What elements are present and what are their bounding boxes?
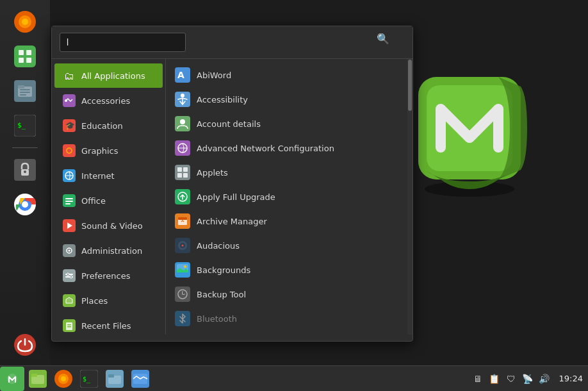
app-item-abiword[interactable]: A AbiWord — [166, 63, 407, 87]
svg-point-27 — [65, 99, 67, 102]
app-item-account-details[interactable]: Account details — [166, 112, 407, 136]
category-graphics[interactable]: Graphics — [54, 138, 163, 163]
app-item-bluetooth[interactable]: Bluetooth — [166, 306, 407, 331]
taskbar-appgrid[interactable] — [10, 41, 40, 72]
app-audacious-label: Audacious — [197, 241, 240, 251]
app-advanced-network-label: Advanced Network Configuration — [197, 144, 334, 153]
backup-tool-icon — [175, 287, 190, 302]
search-button[interactable]: 🔍 — [377, 33, 389, 45]
app-accessibility-label: Accessibility — [197, 95, 248, 104]
app-applets-label: Applets — [197, 168, 228, 178]
category-internet[interactable]: Internet — [54, 163, 163, 188]
category-administration[interactable]: Administration — [54, 238, 163, 263]
svg-rect-7 — [19, 50, 24, 55]
svg-rect-9 — [19, 58, 24, 63]
bottom-firefox[interactable] — [51, 367, 76, 391]
svg-point-89 — [61, 376, 66, 381]
app-backup-tool-label: Backup Tool — [197, 290, 246, 299]
recent-files-icon — [62, 319, 76, 333]
tray-security[interactable]: 🛡 — [504, 372, 518, 386]
category-education-label: Education — [81, 121, 123, 131]
taskbar-terminal[interactable]: $_ — [10, 110, 40, 141]
education-icon: 🎓 — [62, 119, 76, 133]
sound-video-icon — [62, 219, 76, 233]
left-taskbar: $_ — [0, 0, 50, 365]
taskbar-chrome[interactable] — [10, 189, 40, 220]
search-input[interactable]: l — [60, 33, 186, 52]
category-accessories-label: Accessories — [81, 96, 130, 106]
tray-volume[interactable]: 🔊 — [537, 372, 551, 386]
app-item-audacious[interactable]: Audacious — [166, 233, 407, 258]
app-item-backgrounds[interactable]: Backgrounds — [166, 258, 407, 282]
category-all-applications[interactable]: 🗂 All Applications — [54, 63, 163, 88]
svg-point-78 — [184, 265, 186, 268]
taskbar-firefox[interactable] — [10, 6, 40, 37]
office-icon — [62, 194, 76, 208]
places-icon — [62, 294, 76, 308]
accessories-icon — [62, 94, 76, 108]
administration-icon — [62, 244, 76, 258]
bottom-taskbar-left: $_ — [0, 367, 152, 391]
desktop: $_ — [0, 0, 588, 391]
graphics-icon — [62, 144, 76, 158]
bottom-mint-start[interactable] — [0, 367, 24, 391]
svg-rect-6 — [14, 46, 36, 67]
svg-point-59 — [180, 119, 185, 124]
app-item-apply-upgrade[interactable]: Apply Full Upgrade — [166, 185, 407, 209]
category-sound-video[interactable]: Sound & Video — [54, 213, 163, 238]
svg-text:A: A — [177, 70, 184, 80]
svg-rect-16 — [20, 94, 26, 96]
bottom-nemo[interactable] — [102, 367, 127, 391]
svg-rect-71 — [178, 217, 187, 220]
app-item-applets[interactable]: Applets — [166, 160, 407, 185]
backgrounds-icon — [175, 262, 190, 278]
taskbar-lock[interactable] — [10, 154, 40, 185]
svg-rect-64 — [183, 167, 188, 172]
svg-rect-37 — [65, 201, 73, 202]
taskbar-power[interactable] — [10, 329, 40, 360]
tray-clipboard[interactable]: 📋 — [487, 372, 502, 386]
app-item-backup-tool[interactable]: Backup Tool — [166, 282, 407, 306]
category-education[interactable]: 🎓 Education — [54, 113, 163, 138]
abiword-icon: A — [175, 67, 190, 83]
svg-text:🎓: 🎓 — [65, 121, 75, 130]
bottom-terminal[interactable]: $_ — [77, 367, 101, 391]
app-item-accessibility[interactable]: Accessibility — [166, 87, 407, 112]
system-tray: 🖥 📋 🛡 📡 🔊 19:24 — [471, 372, 588, 386]
categories-panel: 🗂 All Applications Accessories 🎓 Educati… — [52, 59, 166, 335]
menu-content: 🗂 All Applications Accessories 🎓 Educati… — [52, 59, 412, 335]
apps-panel: A AbiWord Accessibility Account details — [166, 59, 407, 335]
category-recent-files[interactable]: Recent Files — [54, 313, 163, 335]
svg-point-5 — [22, 19, 28, 25]
tray-network[interactable]: 📡 — [521, 372, 535, 386]
svg-point-48 — [70, 276, 72, 278]
app-account-details-label: Account details — [197, 119, 261, 129]
app-item-archive-manager[interactable]: Archive Manager — [166, 209, 407, 233]
all-applications-icon: 🗂 — [62, 69, 76, 83]
app-item-advanced-network[interactable]: Advanced Network Configuration — [166, 136, 407, 160]
category-places-label: Places — [81, 296, 108, 306]
svg-rect-8 — [26, 50, 31, 55]
bottom-files[interactable] — [26, 367, 50, 391]
account-details-icon — [175, 116, 190, 131]
category-office[interactable]: Office — [54, 188, 163, 213]
svg-rect-36 — [65, 198, 73, 199]
category-accessories[interactable]: Accessories — [54, 88, 163, 113]
taskbar-files[interactable] — [10, 76, 40, 106]
svg-point-75 — [182, 245, 184, 247]
scrollbar[interactable] — [407, 59, 412, 335]
svg-point-47 — [67, 273, 69, 276]
tray-display[interactable]: 🖥 — [471, 372, 485, 386]
svg-point-32 — [67, 149, 71, 153]
svg-rect-13 — [18, 85, 24, 88]
svg-rect-53 — [67, 326, 71, 328]
category-places[interactable]: Places — [54, 288, 163, 313]
search-bar: l 🔍 — [52, 26, 412, 59]
bottom-file-manager[interactable] — [128, 367, 152, 391]
category-preferences[interactable]: Preferences — [54, 263, 163, 288]
mint-logo — [409, 64, 530, 201]
svg-point-57 — [181, 94, 184, 97]
svg-rect-86 — [31, 374, 37, 377]
category-sound-video-label: Sound & Video — [81, 221, 143, 231]
preferences-icon — [62, 269, 76, 283]
